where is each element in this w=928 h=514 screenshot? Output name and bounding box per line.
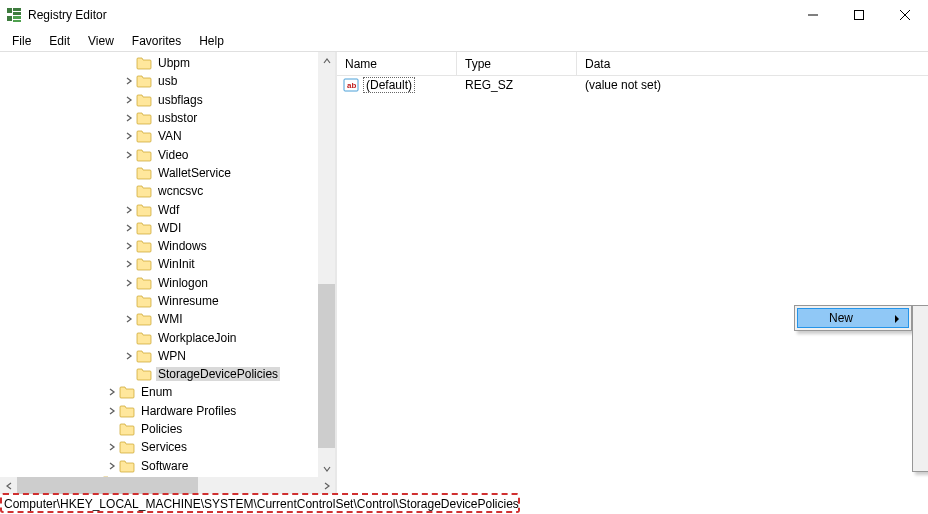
scroll-down-button[interactable]: [318, 460, 335, 477]
tree-vscrollbar[interactable]: [318, 52, 335, 477]
tree-item[interactable]: Ubpm: [0, 54, 318, 72]
value-row[interactable]: ab(Default)REG_SZ(value not set): [337, 76, 928, 94]
context-menu-new-label: New: [829, 311, 853, 325]
tree-item[interactable]: Services: [0, 438, 318, 456]
scroll-right-button[interactable]: [318, 477, 335, 494]
folder-icon: [136, 74, 152, 88]
tree-hscrollbar[interactable]: [0, 477, 335, 494]
expand-glyph-icon[interactable]: [105, 403, 119, 419]
context-menu-new[interactable]: New: [797, 308, 909, 328]
tree-item-label: WinInit: [156, 257, 197, 271]
tree-item[interactable]: Windows: [0, 237, 318, 255]
expand-glyph-icon[interactable]: [122, 110, 136, 126]
tree-item[interactable]: usbstor: [0, 109, 318, 127]
tree-item[interactable]: WDI: [0, 219, 318, 237]
submenu-arrow-icon: [894, 313, 900, 323]
status-path: Computer\HKEY_LOCAL_MACHINE\SYSTEM\Curre…: [4, 497, 519, 511]
tree-item[interactable]: wcncsvc: [0, 182, 318, 200]
tree-item-label: Ubpm: [156, 56, 192, 70]
expand-glyph-icon[interactable]: [105, 458, 119, 474]
no-expand-icon: [105, 421, 119, 437]
svg-rect-2: [13, 12, 21, 15]
vscroll-thumb[interactable]: [318, 284, 335, 448]
hscroll-thumb[interactable]: [17, 477, 198, 494]
maximize-button[interactable]: [836, 0, 882, 30]
main-split: UbpmusbusbflagsusbstorVANVideoWalletServ…: [0, 51, 928, 494]
svg-rect-5: [13, 20, 21, 22]
expand-glyph-icon[interactable]: [122, 348, 136, 364]
tree-item-label: WDI: [156, 221, 183, 235]
context-submenu-new: Key String Value Binary Value DWORD (32-…: [912, 305, 928, 472]
vscroll-track[interactable]: [318, 69, 335, 460]
tree-item[interactable]: usbflags: [0, 91, 318, 109]
expand-glyph-icon[interactable]: [122, 256, 136, 272]
column-data[interactable]: Data: [577, 52, 928, 75]
folder-icon: [119, 459, 135, 473]
menu-edit[interactable]: Edit: [41, 32, 78, 50]
folder-icon: [136, 294, 152, 308]
svg-rect-0: [7, 8, 12, 13]
tree-item[interactable]: Winresume: [0, 292, 318, 310]
expand-glyph-icon[interactable]: [105, 384, 119, 400]
tree-item[interactable]: Winlogon: [0, 274, 318, 292]
context-item-multistring[interactable]: Multi-String Value: [915, 425, 928, 447]
expand-glyph-icon[interactable]: [122, 202, 136, 218]
folder-icon: [136, 221, 152, 235]
expand-glyph-icon[interactable]: [122, 220, 136, 236]
tree-item[interactable]: Wdf: [0, 200, 318, 218]
folder-icon: [119, 422, 135, 436]
column-type[interactable]: Type: [457, 52, 577, 75]
close-button[interactable]: [882, 0, 928, 30]
folder-icon: [136, 184, 152, 198]
tree-item-label: StorageDevicePolicies: [156, 367, 280, 381]
scroll-left-button[interactable]: [0, 477, 17, 494]
menu-file[interactable]: File: [4, 32, 39, 50]
string-value-icon: ab: [343, 77, 359, 93]
scroll-up-button[interactable]: [318, 52, 335, 69]
expand-glyph-icon[interactable]: [122, 275, 136, 291]
hscroll-track[interactable]: [17, 477, 318, 494]
values-list[interactable]: ab(Default)REG_SZ(value not set): [337, 76, 928, 94]
context-item-key[interactable]: Key: [915, 308, 928, 330]
menu-favorites[interactable]: Favorites: [124, 32, 189, 50]
folder-icon: [136, 331, 152, 345]
tree-item[interactable]: Policies: [0, 420, 318, 438]
tree-item[interactable]: Video: [0, 145, 318, 163]
tree-item[interactable]: Enum: [0, 383, 318, 401]
folder-icon: [119, 440, 135, 454]
tree-item[interactable]: WinInit: [0, 255, 318, 273]
expand-glyph-icon[interactable]: [122, 73, 136, 89]
menu-view[interactable]: View: [80, 32, 122, 50]
folder-icon: [136, 203, 152, 217]
minimize-button[interactable]: [790, 0, 836, 30]
expand-glyph-icon[interactable]: [105, 439, 119, 455]
tree-item[interactable]: VAN: [0, 127, 318, 145]
expand-glyph-icon[interactable]: [122, 238, 136, 254]
tree-item[interactable]: usb: [0, 72, 318, 90]
no-expand-icon: [122, 183, 136, 199]
tree-item[interactable]: WPN: [0, 347, 318, 365]
tree-item[interactable]: Software: [0, 457, 318, 475]
menu-help[interactable]: Help: [191, 32, 232, 50]
tree-item-label: Software: [139, 459, 190, 473]
context-item-expandstring[interactable]: Expandable String Value: [915, 447, 928, 469]
tree-item[interactable]: Hardware Profiles: [0, 402, 318, 420]
tree-item-label: Winresume: [156, 294, 221, 308]
expand-glyph-icon[interactable]: [122, 311, 136, 327]
tree-item[interactable]: WalletService: [0, 164, 318, 182]
expand-glyph-icon[interactable]: [122, 147, 136, 163]
folder-icon: [136, 349, 152, 363]
expand-glyph-icon[interactable]: [122, 128, 136, 144]
tree-item[interactable]: WMI: [0, 310, 318, 328]
context-item-binary[interactable]: Binary Value: [915, 359, 928, 381]
no-expand-icon: [122, 165, 136, 181]
expand-glyph-icon[interactable]: [122, 92, 136, 108]
column-name[interactable]: Name: [337, 52, 457, 75]
registry-tree[interactable]: UbpmusbusbflagsusbstorVANVideoWalletServ…: [0, 52, 318, 477]
tree-item[interactable]: WorkplaceJoin: [0, 328, 318, 346]
context-item-dword[interactable]: DWORD (32-bit) Value: [915, 381, 928, 403]
titlebar: Registry Editor: [0, 0, 928, 30]
context-item-string[interactable]: String Value: [915, 337, 928, 359]
tree-item[interactable]: StorageDevicePolicies: [0, 365, 318, 383]
context-item-qword[interactable]: QWORD (64-bit) Value: [915, 403, 928, 425]
